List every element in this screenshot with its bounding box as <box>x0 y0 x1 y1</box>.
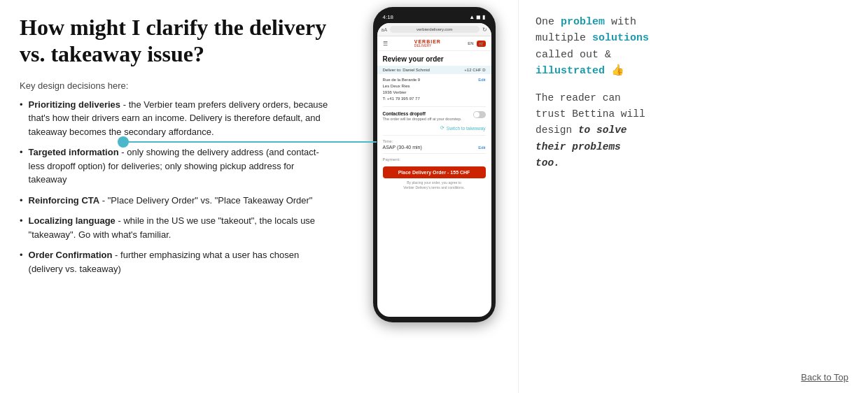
address-phone: T: +41 79 395 97 77 <box>383 96 421 102</box>
middle-panel: 4:18 ▲ ◼ ▮ aA verbierdelivery.com ↻ ☰ VE… <box>350 0 518 393</box>
terms-line1: By placing your order, you agree to <box>407 180 461 185</box>
language-selector[interactable]: EN <box>468 41 473 45</box>
right-para-line3: design <box>536 124 578 136</box>
address-edit-row: Rue de la Berarde 9 Les Deux Ries 1936 V… <box>383 77 486 102</box>
right-line-1: One problem with <box>536 14 848 30</box>
right-one: One <box>536 16 561 28</box>
list-item: Prioritizing deliveries - the Verbier te… <box>20 98 329 139</box>
time-row: ASAP (30-40 min) Edit <box>383 145 486 150</box>
list-item: Targeted information - only showing the … <box>20 145 329 187</box>
browser-url: verbierdelivery.com <box>390 26 479 33</box>
terms-text: By placing your order, you agree to Verb… <box>377 178 491 194</box>
right-paragraph: The reader can trust Bettina will design… <box>536 90 848 171</box>
browser-bar: aA verbierdelivery.com ↻ <box>377 23 491 36</box>
switch-icon: ⟳ <box>440 125 444 131</box>
divider-2 <box>383 135 486 136</box>
right-line-4: illustrated 👍 <box>536 63 848 79</box>
delivery-row: Deliver to: Daniel Schmid +12 CHF D <box>377 66 491 74</box>
phone-time: 4:18 <box>383 14 394 20</box>
right-with: with <box>605 16 636 28</box>
right-called: called out & <box>536 49 611 61</box>
phone-mockup: 4:18 ▲ ◼ ▮ aA verbierdelivery.com ↻ ☰ VE… <box>373 7 496 322</box>
design-list: Prioritizing deliveries - the Verbier te… <box>20 98 329 276</box>
divider-1 <box>383 106 486 107</box>
payment-label: Payment: <box>383 157 486 162</box>
left-panel: How might I clarify the delivery vs. tak… <box>0 0 350 393</box>
list-item: Order Confirmation - further emphasizing… <box>20 248 329 276</box>
right-illustrated: illustrated <box>536 65 605 77</box>
phone-icons: ▲ ◼ ▮ <box>469 14 485 20</box>
time-section: Time: ASAP (30-40 min) Edit <box>377 137 491 152</box>
item-term-1: Prioritizing deliveries <box>29 99 121 110</box>
right-para-to: to <box>578 124 596 136</box>
switch-takeaway-row: ⟳ Switch to takeaway <box>377 124 491 134</box>
right-text-block: One problem with multiple solutions call… <box>536 14 848 79</box>
cart-button[interactable]: 🛒 <box>477 41 486 47</box>
app-header-right: EN 🛒 <box>468 41 485 47</box>
switch-takeaway-button[interactable]: Switch to takeaway <box>447 126 486 131</box>
right-emoji: 👍 <box>605 65 624 77</box>
time-label: Time: <box>383 139 486 143</box>
contactless-row: Contactless dropoff The order will be dr… <box>377 108 491 124</box>
payment-section: Payment: <box>377 155 491 166</box>
phone-status-bar: 4:18 ▲ ◼ ▮ <box>377 13 491 23</box>
contactless-toggle[interactable] <box>473 111 486 118</box>
right-solutions: solutions <box>592 32 649 44</box>
address-edit-button[interactable]: Edit <box>478 77 485 102</box>
app-logo-delivery: DELIVERY <box>414 44 441 48</box>
hamburger-icon[interactable]: ☰ <box>383 41 388 47</box>
back-to-top-button[interactable]: Back to Top <box>801 371 848 385</box>
phone-screen: aA verbierdelivery.com ↻ ☰ VERBIER DELIV… <box>377 23 491 317</box>
right-para-solve: solve <box>596 124 627 136</box>
item-term-2: Targeted information <box>29 147 119 157</box>
address-line2: Les Deux Ries <box>383 83 421 90</box>
browser-reload-icon[interactable]: ↻ <box>482 27 487 33</box>
contactless-info: Contactless dropoff The order will be dr… <box>383 111 462 121</box>
time-edit-button[interactable]: Edit <box>478 145 485 150</box>
list-item: Reinforcing CTA - "Place Delivery Order"… <box>20 194 329 208</box>
right-problem: problem <box>561 16 605 28</box>
address-line1: Rue de la Berarde 9 <box>383 77 421 83</box>
item-desc-3: - "Place Delivery Order" vs. "Place Take… <box>102 195 313 206</box>
time-value: ASAP (30-40 min) <box>383 145 422 150</box>
right-line-3: called out & <box>536 47 848 63</box>
item-term-5: Order Confirmation <box>29 250 113 260</box>
address-lines: Rue de la Berarde 9 Les Deux Ries 1936 V… <box>383 77 421 102</box>
app-logo: VERBIER DELIVERY <box>414 39 441 48</box>
divider-3 <box>383 153 486 154</box>
contactless-desc: The order will be dropped off at your do… <box>383 117 462 121</box>
right-panel: One problem with multiple solutions call… <box>518 0 868 393</box>
right-para-too: too. <box>536 157 560 169</box>
address-line3: 1936 Verbier <box>383 90 421 96</box>
address-block: Rue de la Berarde 9 Les Deux Ries 1936 V… <box>377 74 491 105</box>
right-line-2: multiple solutions <box>536 30 848 46</box>
page-title: How might I clarify the delivery vs. tak… <box>20 14 329 68</box>
item-term-3: Reinforcing CTA <box>29 195 100 206</box>
terms-line2: Verbier Delivery's terms and conditions. <box>403 185 465 190</box>
right-para-their-problems: their problems <box>536 141 621 152</box>
right-para-line2: trust Bettina will <box>536 108 645 120</box>
connector-line <box>125 141 377 143</box>
deliver-to-label: Deliver to: Daniel Schmid <box>383 68 430 72</box>
list-item: Localizing language - while in the US we… <box>20 214 329 241</box>
contactless-label: Contactless dropoff <box>383 111 462 116</box>
place-order-button[interactable]: Place Delivery Order - 155 CHF <box>383 166 486 178</box>
browser-aa: aA <box>382 27 388 32</box>
app-header: ☰ VERBIER DELIVERY EN 🛒 <box>377 36 491 51</box>
item-term-4: Localizing language <box>29 215 115 226</box>
deliver-phone: +12 CHF D <box>464 68 485 72</box>
connector-dot <box>118 136 129 148</box>
right-para-line1: The reader can <box>536 92 621 103</box>
review-title: Review your order <box>377 51 491 66</box>
right-multiple: multiple <box>536 32 592 44</box>
key-design-label: Key design decisions here: <box>20 80 329 91</box>
